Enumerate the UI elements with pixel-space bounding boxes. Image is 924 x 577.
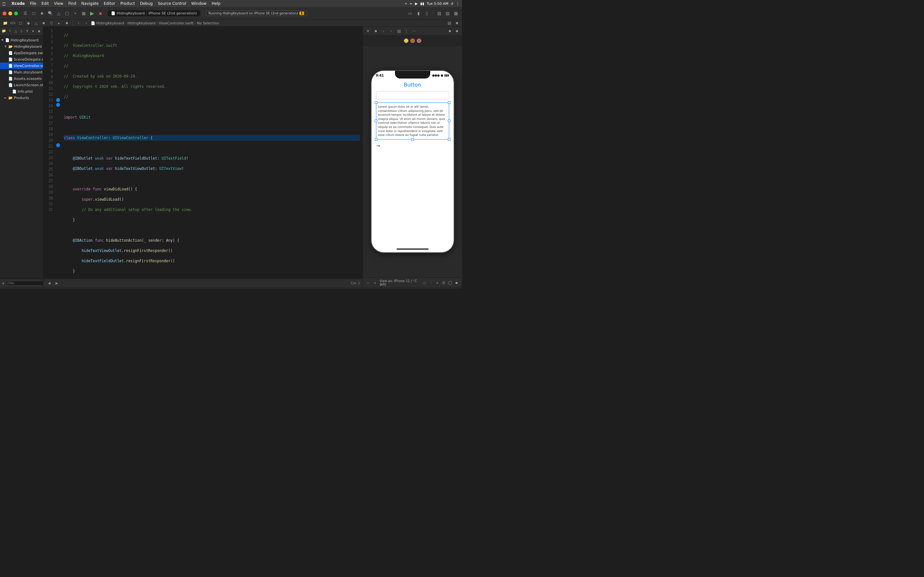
menu-product[interactable]: Product [120,1,135,6]
breakpoint-13[interactable] [56,98,60,102]
source-btn[interactable]: </> [10,20,16,26]
sidebar-item-group[interactable]: ▼ 📂 HidingKeyboard [0,43,43,50]
sidebar-item-infoplist[interactable]: 📄 Info.plist [0,88,43,95]
search-icon[interactable]: ☌ [451,2,453,6]
sidebar-folder-btn[interactable]: 📁 [1,28,6,34]
menu-debug[interactable]: Debug [140,1,152,6]
bottom-debug-btn[interactable]: ▾ [57,288,62,288]
run-button[interactable]: ▶ [89,10,95,17]
handle-bm[interactable] [411,138,414,141]
apple-menu[interactable]:  [3,1,5,6]
filter-input[interactable] [6,281,43,285]
code-area[interactable]: 12345 678910 1112131415 1617181920 21222… [43,27,363,279]
sidebar-breakpoint-btn[interactable]: ▸ [31,28,36,34]
preview-debug2-btn[interactable]: ■ [454,280,459,285]
bottom-breakpoint-btn[interactable]: ▸ [64,288,70,288]
minimize-button[interactable] [8,11,12,15]
issues-btn[interactable]: △ [33,20,39,26]
sidebar-item-scenedelegate[interactable]: 📄 SceneDelegate.swift [0,56,43,63]
sidebar-item-products[interactable]: ► 📂 Products [0,95,43,101]
preview-more-btn[interactable]: ⋯ [411,28,417,34]
handle-tr[interactable] [448,101,451,104]
add-btn[interactable]: + [72,10,79,17]
breakpoint-21[interactable] [56,143,60,147]
menu-edit[interactable]: Edit [41,1,49,6]
maximize-button[interactable] [14,11,18,15]
debug-btn[interactable]: ▽ [48,20,55,26]
add-file-btn[interactable]: + [2,280,5,287]
inspector-toggle[interactable]: ▩ [452,10,459,17]
breadcrumb-project[interactable]: HidingKeyboard [96,21,124,25]
preview-pin-btn[interactable]: ■ [373,28,379,34]
sidebar-issue-btn[interactable]: △ [13,28,18,34]
menu-editor[interactable]: Editor [103,1,115,6]
preview-zoom-out[interactable]: − [365,280,371,285]
sidebar-test-btn[interactable]: ◊ [19,28,24,34]
sidebar-toggle-btn[interactable]: ☰ [22,10,29,17]
search-navigator-btn[interactable]: 🔍 [47,10,54,17]
editor-only-btn[interactable]: ▭ [407,10,414,17]
bottom-filter-btn[interactable]: ▨ [10,288,16,288]
sidebar-debug-nav-btn[interactable]: ▾ [25,28,30,34]
nav-inspector-btn[interactable]: ▤ [446,20,452,26]
handle-br[interactable] [448,138,451,141]
color-dot-orange[interactable] [410,39,415,43]
nav-assistant-btn[interactable]: ■ [454,20,460,26]
preview-forward-btn[interactable]: › [388,28,394,34]
bottom-issues-btn[interactable]: △ [41,288,47,288]
menu-find[interactable]: Find [68,1,76,6]
back-btn[interactable]: ‹ [75,20,82,26]
preview-fit-btn[interactable]: □ [422,280,427,285]
inspector-btn[interactable]: ■ [39,10,45,17]
folder-icon-btn[interactable]: 📁 [2,20,8,26]
preview-zoom-in[interactable]: + [373,280,378,285]
scheme-selector[interactable]: 📄 HidingKeyboard | iPhone SE (2nd genera… [108,10,200,16]
sidebar-report-btn[interactable]: ■ [37,28,42,34]
sidebar-item-root[interactable]: ▼ 📄 HidingKeyboard [0,37,43,43]
preview-layout-btn[interactable]: ⋮ [428,280,434,285]
preview-add-btn[interactable]: + [435,280,440,285]
stop-button[interactable]: ■ [97,10,104,17]
menu-window[interactable]: Window [191,1,206,6]
preview-inspector-toggle[interactable]: ■ [447,28,453,34]
editor-canvas-btn[interactable]: ▮ [415,10,422,17]
color-dot-yellow[interactable] [404,39,409,43]
forward-btn[interactable]: › [83,20,89,26]
tree-toggle-root[interactable]: ▼ [1,39,5,42]
split-editor-btn[interactable]: ▯ [423,10,430,17]
filter-btn[interactable]: ◆ [25,20,31,26]
phone-textview[interactable]: Lorem ipsum dolor sit er elit lamet, con… [376,103,449,139]
breakpoints-btn[interactable]: △ [55,10,62,17]
menu-file[interactable]: File [30,1,36,6]
close-button[interactable] [3,11,6,15]
breadcrumb-selection[interactable]: No Selection [197,21,219,25]
bottom-add-btn[interactable]: + [3,288,8,288]
library-btn[interactable]: ◻ [30,10,37,17]
handle-tl[interactable] [375,101,377,104]
sidebar-item-appdelegate[interactable]: 📄 AppDelegate.swift [0,50,43,56]
handle-mr[interactable] [448,119,451,122]
preview-close-btn[interactable]: ✕ [365,28,371,34]
menu-xcode[interactable]: Xcode [11,1,25,6]
navigator-toggle[interactable]: ▧ [436,10,443,17]
view-options-btn[interactable]: ▢ [63,10,71,17]
menu-navigate[interactable]: Navigate [81,1,99,6]
preview-record-btn[interactable]: ◯ [447,280,453,285]
preview-grid-btn[interactable]: ▤ [396,28,402,34]
sidebar-vcs-btn[interactable]: ⚬ [7,28,12,34]
preview-pin2-btn[interactable]: ◎ [441,280,447,285]
breakpoints-nav-btn[interactable]: ▸ [56,20,62,26]
bottom-sort-btn[interactable]: ⇅ [18,288,24,288]
reports-btn[interactable]: ■ [63,20,70,26]
handle-ml[interactable] [375,119,377,122]
color-dot-red[interactable] [417,39,421,43]
sidebar-item-launchscreen[interactable]: 📄 LaunchScreen.storyboard [0,82,43,88]
tests-btn[interactable]: ■ [40,20,47,26]
menu-view[interactable]: View [54,1,63,6]
preview-list-btn[interactable]: ⋮ [403,28,410,34]
bottom-view-btn[interactable]: ■ [26,288,31,288]
bottom-tests-btn[interactable]: ◊ [49,288,55,288]
editor-nav-back[interactable]: ◀ [46,280,52,287]
preview-back-btn[interactable]: ‹ [380,28,387,34]
phone-ui-button[interactable]: Button [404,82,421,88]
